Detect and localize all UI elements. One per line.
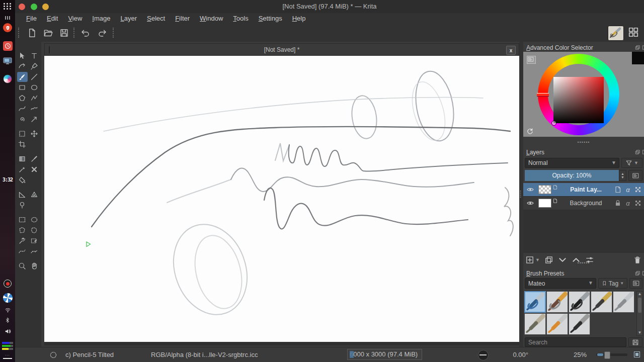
layer-options-button[interactable] (628, 170, 642, 181)
overflow-dots-icon[interactable] (0, 16, 15, 20)
tool-sel-poly[interactable] (17, 225, 28, 235)
brush-preset-1[interactable] (524, 291, 546, 313)
volume-icon[interactable] (0, 328, 15, 335)
tool-measure[interactable] (17, 190, 28, 200)
opacity-slider[interactable]: Opacity: 100% (525, 170, 619, 181)
layer-thumbnail[interactable] (538, 185, 551, 194)
menu-select[interactable]: Select (142, 14, 170, 23)
menu-filter[interactable]: Filter (170, 14, 195, 23)
alpha-lock-icon[interactable]: α (624, 200, 632, 207)
zoom-slider-handle[interactable] (604, 351, 610, 359)
tool-zoom[interactable] (17, 261, 28, 271)
tool-sampler[interactable] (29, 154, 40, 164)
menu-edit[interactable]: Edit (42, 14, 63, 23)
tool-smart-patch[interactable] (17, 164, 28, 174)
layers-header[interactable]: Layers (523, 148, 644, 157)
layer-row-paint-layer[interactable]: Paint Lay... α (523, 183, 644, 197)
close-layers-icon[interactable] (642, 149, 644, 155)
record-icon[interactable] (0, 280, 15, 288)
preset-view-mode-button[interactable] (629, 278, 642, 289)
scroll-up-icon[interactable]: ▲ (637, 292, 642, 297)
tool-bezier[interactable] (17, 104, 28, 114)
brush-preset-8[interactable] (569, 313, 590, 335)
tool-sel-enclose[interactable] (29, 236, 40, 246)
docker-resize-dots[interactable]: •••••• (523, 140, 644, 144)
menu-file[interactable]: File (21, 14, 42, 23)
tool-text[interactable] (29, 51, 40, 61)
splitter-handle[interactable]: •••• (520, 190, 523, 198)
zoom-slider[interactable] (596, 353, 627, 356)
layer-style-icon[interactable] (614, 186, 622, 194)
undo-button[interactable] (78, 26, 92, 39)
tool-brush[interactable] (17, 72, 28, 82)
canvas-only-mode-button[interactable] (633, 350, 641, 358)
docker-resize-dots[interactable]: •••••• (523, 261, 644, 265)
brave-browser-icon[interactable] (0, 23, 15, 32)
tool-sel-rect[interactable] (17, 215, 28, 225)
tool-calligraphy[interactable] (29, 61, 40, 71)
tool-crop[interactable] (17, 139, 28, 149)
preset-filter-dropdown[interactable]: Mateo ▼ (525, 278, 596, 289)
tool-sel-wand[interactable] (17, 236, 28, 246)
tool-transform[interactable] (17, 129, 28, 139)
menu-help[interactable]: Help (287, 14, 311, 23)
color-selector-settings-icon[interactable] (527, 56, 536, 64)
brush-preset-2[interactable] (546, 291, 568, 313)
tool-sel-free[interactable] (29, 225, 40, 235)
save-preset-button[interactable] (628, 337, 642, 347)
tool-pointer[interactable] (17, 51, 28, 61)
scroll-thumb[interactable] (638, 298, 641, 313)
status-image-size[interactable]: 6000 x 3000 (97.4 MiB) (347, 349, 422, 360)
tool-polygon[interactable] (17, 93, 28, 103)
alpha-lock-icon[interactable]: α (624, 186, 632, 194)
tool-assistant[interactable] (29, 190, 40, 200)
tool-edit-shapes[interactable] (17, 61, 28, 71)
tool-sel-magnetic[interactable] (29, 246, 40, 256)
status-rotation-angle[interactable]: 0.00° (498, 351, 528, 358)
tool-rect[interactable] (17, 82, 28, 93)
saturation-value-square[interactable] (553, 77, 604, 123)
layer-thumbnail[interactable] (538, 199, 551, 208)
inherit-alpha-icon[interactable] (634, 199, 642, 207)
close-docker-icon[interactable] (642, 45, 644, 50)
brush-preset-6[interactable] (524, 313, 546, 335)
brush-preset-7[interactable] (546, 313, 568, 335)
tool-pan[interactable] (29, 261, 40, 271)
color-history-icon[interactable] (526, 127, 534, 135)
tag-button[interactable]: Tag ▼ (598, 278, 627, 289)
brush-preset-5[interactable] (613, 291, 634, 313)
toolbar-grip-2[interactable] (113, 28, 116, 38)
close-presets-icon[interactable] (642, 270, 644, 276)
brush-presets-header[interactable]: Brush Presets (523, 269, 644, 278)
layer-row-background[interactable]: Background α (523, 197, 644, 210)
menu-image[interactable]: Image (87, 14, 115, 23)
inherit-alpha-icon[interactable] (634, 186, 642, 194)
float-docker-icon[interactable] (635, 45, 640, 50)
document-close-button[interactable]: x (506, 46, 516, 55)
tool-reference[interactable] (17, 200, 28, 210)
tool-fill[interactable] (17, 175, 28, 185)
tool-multibrush[interactable] (29, 114, 40, 124)
opacity-spinner[interactable]: ▲▼ (619, 170, 626, 181)
tool-pattern[interactable] (29, 164, 40, 174)
tool-gradient[interactable] (17, 154, 28, 164)
menu-view[interactable]: View (63, 14, 87, 23)
redo-button[interactable] (96, 26, 109, 39)
tool-line[interactable] (29, 72, 40, 82)
wifi-icon[interactable] (0, 307, 15, 313)
layer-name[interactable]: Paint Lay... (558, 186, 614, 193)
screenshot-shutter-icon[interactable] (0, 293, 15, 303)
clock-app-icon[interactable] (0, 41, 15, 51)
toolbar-grip[interactable] (18, 28, 22, 38)
tool-move[interactable] (29, 129, 40, 139)
float-layers-icon[interactable] (635, 149, 640, 155)
menu-settings[interactable]: Settings (254, 14, 287, 23)
layer-filter-button[interactable]: ▼ (621, 158, 642, 168)
tool-ellipse[interactable] (29, 82, 40, 93)
save-document-button[interactable] (57, 26, 70, 39)
current-brush-preset-button[interactable] (608, 26, 624, 41)
lock-icon[interactable] (614, 199, 622, 207)
workspace-chooser-button[interactable] (628, 27, 641, 39)
bluetooth-icon[interactable] (0, 317, 15, 324)
preset-search-input[interactable] (525, 337, 626, 347)
